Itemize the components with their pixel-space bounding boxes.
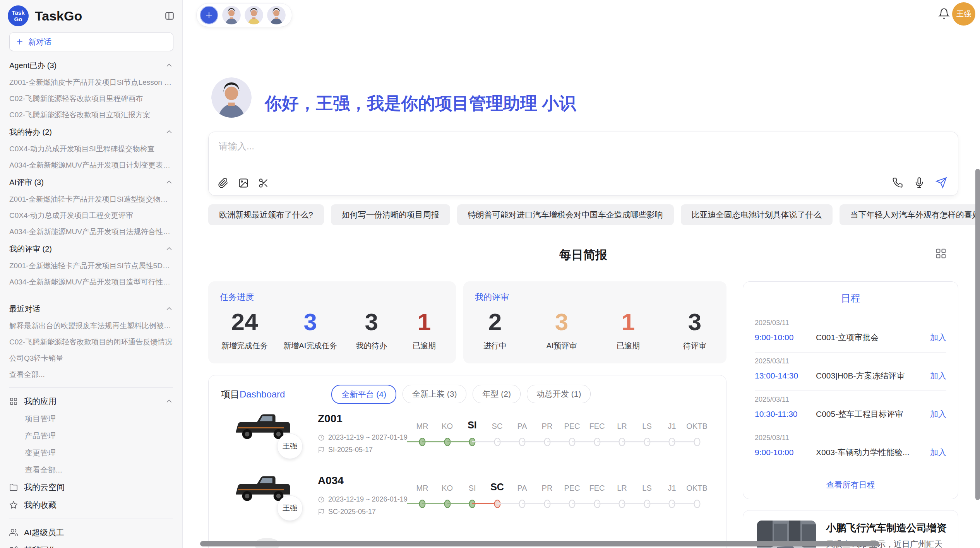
sidebar-section-header[interactable]: 我的待办 (2)	[9, 123, 173, 141]
sidebar-item-ai-employee[interactable]: AI超级员工	[9, 524, 173, 541]
milestone-segment	[447, 441, 473, 442]
app-link[interactable]: 项目管理	[9, 410, 173, 427]
milestone-node[interactable]	[694, 438, 700, 446]
add-agent-button[interactable]	[200, 6, 218, 24]
view-all-schedule-link[interactable]: 查看所有日程	[743, 480, 958, 490]
conversation-item[interactable]: A034-全新新能源MUV产品开发项目法规符合性评审	[9, 224, 173, 240]
schedule-row: 10:30-11:30C005-整车工程目标评审加入	[755, 409, 946, 420]
project-code: Z001	[318, 413, 343, 425]
sidebar-section-header[interactable]: AI评审 (3)	[9, 173, 173, 191]
agent-avatar-1[interactable]	[222, 6, 241, 24]
sidebar-item-my-apps[interactable]: 我的应用	[9, 392, 173, 410]
join-meeting-link[interactable]: 加入	[930, 370, 946, 381]
conversation-item[interactable]: C0X4-动力总成开发项目SI里程碑提交物检查	[9, 141, 173, 157]
collapse-sidebar-icon[interactable]	[164, 11, 175, 21]
stat-item: 3待评审	[676, 309, 713, 351]
milestone-label: J1	[668, 422, 676, 431]
sidebar-section-header[interactable]: 我的评审 (2)	[9, 240, 173, 258]
conversation-item[interactable]: C02-飞腾新能源轻客改款项目的闭环通告反馈情况	[9, 334, 173, 350]
logo-line2: Go	[14, 16, 22, 22]
sidebar-section-header[interactable]: Agent已办 (3)	[9, 57, 173, 74]
schedule-date: 2025/03/11	[755, 434, 946, 442]
milestone-segment	[422, 503, 447, 504]
conversation-item[interactable]: Z001-全新燃油轻卡产品开发项目SI节点属性5D文件评审	[9, 258, 173, 274]
join-meeting-link[interactable]: 加入	[930, 447, 946, 458]
join-meeting-link[interactable]: 加入	[930, 409, 946, 420]
conversation-item[interactable]: A034-全新新能源MUV产品开发项目计划变更表编写	[9, 157, 173, 173]
scroll-right-arrow[interactable]	[927, 541, 931, 547]
dashboard-tab[interactable]: 动总开发 (1)	[527, 385, 591, 403]
stat-item: 24新增完成任务	[221, 309, 268, 351]
person-illustration	[222, 6, 241, 24]
milestone-track: MRKOSISCPAPRPECFECLRLSJ1OKTB	[407, 401, 721, 463]
flag-icon	[318, 447, 325, 454]
conversation-item[interactable]: C02-飞腾新能源轻客改款项目里程碑画布	[9, 91, 173, 107]
project-dates: 2023-12-19 ~ 2027-01-19	[318, 433, 408, 442]
stat-item: 3AI预评审	[543, 309, 580, 351]
image-icon[interactable]	[238, 178, 249, 188]
dashboard-tab[interactable]: 年型 (2)	[473, 385, 521, 403]
sidebar-item-cloud-space[interactable]: 我的云空间	[9, 478, 173, 496]
join-meeting-link[interactable]: 加入	[930, 332, 946, 343]
sidebar-section-header-recent[interactable]: 最近对话	[9, 300, 173, 318]
scissors-icon[interactable]	[258, 178, 269, 188]
stat-label: 待评审	[676, 341, 713, 351]
milestone-segment	[422, 441, 447, 442]
suggestion-chip[interactable]: 欧洲新规最近颁布了什么?	[208, 204, 324, 225]
conversation-item[interactable]: C02-飞腾新能源轻客改款项目立项汇报方案	[9, 107, 173, 123]
milestone-label: SI	[469, 484, 476, 493]
vertical-scrollbar[interactable]	[975, 169, 980, 500]
send-icon[interactable]	[935, 177, 947, 188]
conversation-item[interactable]: C0X4-动力总成开发项目工程变更评审	[9, 207, 173, 224]
project-row: 王强A0342023-12-19 ~ 2026-01-19SC-2025-05-…	[209, 463, 726, 525]
milestone-segment	[547, 441, 572, 442]
app-link[interactable]: 产品管理	[9, 427, 173, 444]
milestone-segment	[647, 441, 672, 442]
view-all-apps-link[interactable]: 查看全部...	[9, 461, 173, 478]
milestone-node[interactable]	[694, 500, 700, 508]
user-avatar[interactable]: 王强	[952, 2, 975, 26]
conversation-item[interactable]: 解释最新出台的欧盟报废车法规再生塑料比例被调至15%...	[9, 318, 173, 334]
milestone-label: MR	[416, 484, 428, 493]
conversation-item[interactable]: 公司Q3轻卡销量	[9, 350, 173, 366]
stat-value: 1	[610, 309, 647, 334]
suggestion-chip[interactable]: 当下年轻人对汽车外观有怎样的喜好趋势	[840, 204, 980, 225]
milestone-label: LS	[642, 422, 651, 431]
notification-bell-icon[interactable]	[938, 8, 950, 19]
view-all-conversations-link[interactable]: 查看全部...	[9, 366, 173, 383]
microphone-icon[interactable]	[914, 177, 925, 188]
section-label: 我的评审 (2)	[9, 244, 52, 254]
attachment-icon[interactable]	[218, 178, 229, 188]
plus-icon	[16, 38, 24, 46]
conversation-item[interactable]: Z001-全新燃油轻卡产品开发项目SI造型提交物评审	[9, 191, 173, 207]
scroll-down-arrow[interactable]	[923, 528, 930, 533]
stat-item: 2进行中	[476, 309, 514, 351]
sidebar-item-favorites[interactable]: 我的收藏	[9, 496, 173, 514]
milestone-label: SI	[468, 420, 477, 431]
project-dates: 2023-12-19 ~ 2026-01-19	[318, 495, 408, 503]
layout-grid-icon[interactable]	[935, 248, 947, 259]
new-chat-button[interactable]: 新对话	[9, 33, 173, 51]
horizontal-scrollbar[interactable]	[200, 541, 879, 546]
conversation-item[interactable]: Z001-全新燃油皮卡产品开发项目SI节点Lesson Learn报告	[9, 74, 173, 91]
chevron-up-icon	[165, 397, 173, 405]
dashboard-tab[interactable]: 全新上装 (3)	[403, 385, 467, 403]
sidebar-item-help-write[interactable]: 帮我写作	[9, 541, 173, 548]
milestone-label: LR	[617, 422, 627, 431]
suggestion-chip[interactable]: 比亚迪全固态电池计划具体说了什么	[681, 204, 833, 225]
milestone-label: PA	[517, 484, 527, 493]
my-reviews-stats: 2进行中3AI预评审1已逾期3待评审	[476, 309, 713, 351]
suggestion-chip[interactable]: 如何写一份清晰的项目周报	[331, 204, 450, 225]
stat-value: 3	[353, 309, 390, 334]
chat-input[interactable]	[218, 140, 800, 152]
agent-avatar-3[interactable]	[267, 6, 286, 24]
milestone-label: PR	[542, 422, 553, 431]
schedule-item: 2025/03/1110:30-11:30C005-整车工程目标评审加入	[755, 391, 946, 429]
agent-avatar-2[interactable]	[245, 6, 263, 24]
suggestion-chip[interactable]: 特朗普可能对进口汽车增税会对中国车企造成哪些影响	[457, 204, 674, 225]
app-link[interactable]: 变更管理	[9, 444, 173, 461]
ai-employee-label: AI超级员工	[24, 527, 64, 538]
conversation-item[interactable]: A034-全新新能源MUV产品开发项目造型可行性评审	[9, 274, 173, 290]
phone-icon[interactable]	[892, 177, 903, 188]
stat-item: 1已逾期	[406, 309, 443, 351]
